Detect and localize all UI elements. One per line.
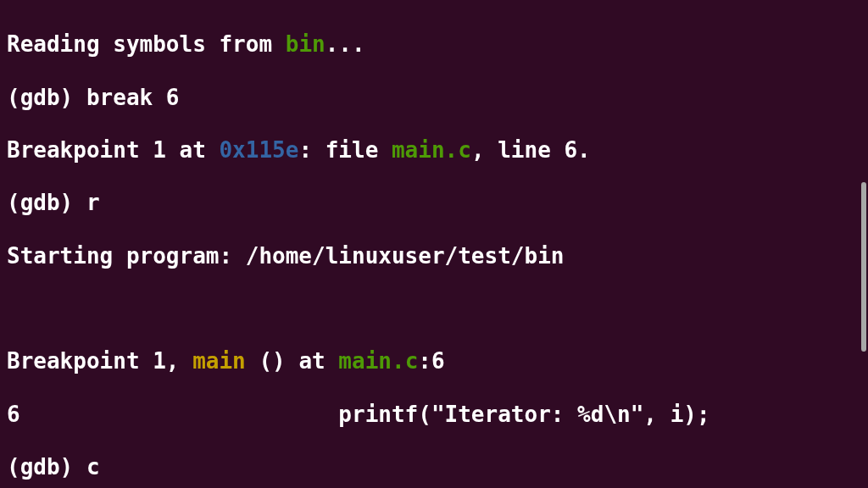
blank-line: [7, 296, 861, 322]
gdb-run-command: (gdb) r: [7, 190, 861, 216]
function-name: main: [192, 348, 246, 374]
breakpoint-address: 0x115e: [219, 137, 298, 163]
source-line-1: 6 printf("Iterator: %d\n", i);: [7, 402, 861, 428]
source-file: main.c: [338, 348, 418, 374]
scrollbar-thumb[interactable]: [861, 182, 866, 352]
source-file: main.c: [392, 137, 471, 163]
gdb-break-command: (gdb) break 6: [7, 85, 861, 111]
breakpoint-hit-line-1: Breakpoint 1, main () at main.c:6: [7, 348, 861, 374]
binary-name: bin: [286, 31, 326, 57]
terminal-output[interactable]: Reading symbols from bin... (gdb) break …: [7, 5, 861, 488]
reading-symbols-line: Reading symbols from bin...: [7, 31, 861, 58]
starting-program-line: Starting program: /home/linuxuser/test/b…: [7, 243, 861, 269]
breakpoint-set-line: Breakpoint 1 at 0x115e: file main.c, lin…: [7, 137, 861, 164]
gdb-continue-command: (gdb) c: [7, 454, 861, 480]
